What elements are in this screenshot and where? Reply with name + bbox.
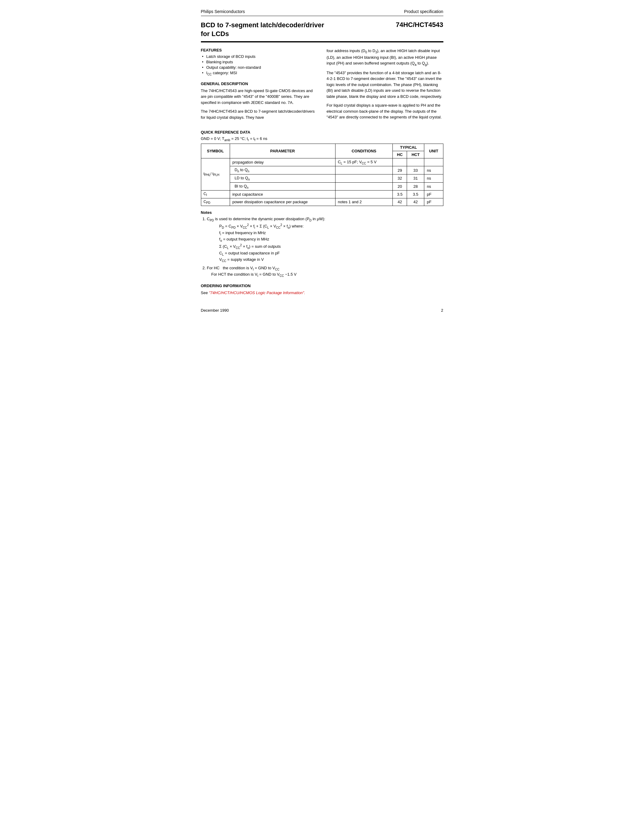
feature-item: ICC category: MSI bbox=[202, 71, 317, 76]
cell-unit-cpd: pF bbox=[424, 198, 443, 206]
ordering-section: ORDERING INFORMATION See "74HC/HCT/HCU/H… bbox=[201, 283, 443, 296]
footer-page: 2 bbox=[441, 308, 443, 313]
notes-title: Notes bbox=[201, 210, 443, 215]
col-symbol: SYMBOL bbox=[201, 143, 230, 158]
cell-cond-cpd: notes 1 and 2 bbox=[335, 198, 393, 206]
note1-line6: VCC = supply voltage in V bbox=[216, 257, 264, 262]
cell-hc-prop bbox=[393, 158, 407, 166]
gen-desc-title: GENERAL DESCRIPTION bbox=[201, 82, 317, 86]
quick-reference-section: QUICK REFERENCE DATA GND = 0 V; Tamb = 2… bbox=[201, 130, 443, 206]
features-title: FEATURES bbox=[201, 48, 317, 52]
note1-line3: fo = output frequency in MHz bbox=[216, 237, 269, 241]
gen-desc-para1: The 74HC/HCT4543 are high-speed Si-gate … bbox=[201, 88, 317, 106]
col-hct: HCT bbox=[407, 151, 424, 158]
cell-hc-dn: 29 bbox=[393, 166, 407, 174]
desc-right-para3: For liquid crystal displays a square-wav… bbox=[327, 102, 443, 120]
notes-list: CPD is used to determine the dynamic pow… bbox=[201, 216, 443, 278]
note1-line1: PD = CPD × VCC2 × fi + Σ (CL × VCC2 × fo… bbox=[216, 224, 304, 228]
ordering-title: ORDERING INFORMATION bbox=[201, 283, 443, 288]
notes-section: Notes CPD is used to determine the dynam… bbox=[201, 210, 443, 278]
feature-item: Latch storage of BCD inputs bbox=[202, 54, 317, 59]
gen-desc-para2: The 74HC/HCT4543 are BCD to 7-segment la… bbox=[201, 108, 317, 120]
cell-cond-bi bbox=[335, 182, 393, 191]
cell-symbol-ci: CI bbox=[201, 191, 230, 198]
features-description: FEATURES Latch storage of BCD inputs Bla… bbox=[201, 48, 443, 124]
ordering-link[interactable]: "74HC/HCT/HCU/HCMOS Logic Package Inform… bbox=[209, 291, 305, 295]
cell-unit-dn: ns bbox=[424, 166, 443, 174]
features-section: FEATURES Latch storage of BCD inputs Bla… bbox=[201, 48, 317, 76]
note1-line2: fi = input frequency in MHz bbox=[216, 230, 266, 235]
cell-hct-prop bbox=[407, 158, 424, 166]
features-list: Latch storage of BCD inputs Blanking inp… bbox=[202, 54, 317, 76]
table-row: Dn to Qn 29 33 ns bbox=[201, 166, 443, 174]
cell-param-ld: LD to Qn bbox=[230, 174, 335, 183]
cell-cond-ci bbox=[335, 191, 393, 198]
col-parameter: PARAMETER bbox=[230, 143, 335, 158]
cell-symbol-tphl: tPHL/ tPLH bbox=[201, 158, 230, 190]
table-row: tPHL/ tPLH propagation delay CL = 15 pF;… bbox=[201, 158, 443, 166]
table-row: CPD power dissipation capacitance per pa… bbox=[201, 198, 443, 206]
page-footer: December 1990 2 bbox=[201, 308, 443, 313]
col-hc: HC bbox=[393, 151, 407, 158]
cell-hc-ld: 32 bbox=[393, 174, 407, 183]
note-item-2: For HC the condition is VI = GND to VCC … bbox=[207, 265, 443, 278]
page-header: Philips Semiconductors Product specifica… bbox=[201, 9, 443, 16]
cell-hct-dn: 33 bbox=[407, 166, 424, 174]
note1-line4: Σ (CL × VCC2 × fo) = sum of outputs bbox=[216, 244, 281, 249]
qrd-condition: GND = 0 V; Tamb = 25 °C; tr = tf = 6 ns bbox=[201, 136, 443, 142]
cell-param-dn: Dn to Qn bbox=[230, 166, 335, 174]
cell-hct-ld: 31 bbox=[407, 174, 424, 183]
ordering-text: See "74HC/HCT/HCU/HCMOS Logic Package In… bbox=[201, 290, 443, 296]
desc-right-para2: The "4543" provides the function of a 4-… bbox=[327, 70, 443, 100]
col-typical: TYPICAL bbox=[393, 143, 424, 151]
cell-hc-cpd: 42 bbox=[393, 198, 407, 206]
part-number: 74HC/HCT4543 bbox=[390, 21, 443, 29]
table-row: BI to Qn 20 28 ns bbox=[201, 182, 443, 191]
cell-hct-cpd: 42 bbox=[407, 198, 424, 206]
qrd-title: QUICK REFERENCE DATA bbox=[201, 130, 443, 135]
col-conditions: CONDITIONS bbox=[335, 143, 393, 158]
cell-cond-dn bbox=[335, 166, 393, 174]
cell-param-bi: BI to Qn bbox=[230, 182, 335, 191]
doc-type: Product specification bbox=[404, 9, 443, 14]
cell-unit-ld: ns bbox=[424, 174, 443, 183]
right-column: four address inputs (D0 to D3), an activ… bbox=[327, 48, 443, 124]
product-title: BCD to 7-segment latch/decoder/driverfor… bbox=[201, 21, 324, 38]
cell-cond-ld bbox=[335, 174, 393, 183]
title-section: BCD to 7-segment latch/decoder/driverfor… bbox=[201, 21, 443, 38]
cell-symbol-cpd: CPD bbox=[201, 198, 230, 206]
cell-param-prop: propagation delay bbox=[230, 158, 335, 166]
note-item-1: CPD is used to determine the dynamic pow… bbox=[207, 216, 443, 263]
col-unit: UNIT bbox=[424, 143, 443, 158]
cell-param-ci: input capacitance bbox=[230, 191, 335, 198]
cell-hc-bi: 20 bbox=[393, 182, 407, 191]
product-name: BCD to 7-segment latch/decoder/driverfor… bbox=[201, 21, 324, 38]
qrd-table: SYMBOL PARAMETER CONDITIONS TYPICAL UNIT… bbox=[201, 143, 443, 206]
cell-hct-bi: 28 bbox=[407, 182, 424, 191]
cell-unit-bi: ns bbox=[424, 182, 443, 191]
cell-unit-ci: pF bbox=[424, 191, 443, 198]
cell-cond-prop: CL = 15 pF; VCC = 5 V bbox=[335, 158, 393, 166]
footer-date: December 1990 bbox=[201, 308, 229, 313]
left-column: FEATURES Latch storage of BCD inputs Bla… bbox=[201, 48, 317, 124]
table-row: CI input capacitance 3.5 3.5 pF bbox=[201, 191, 443, 198]
general-description-section: GENERAL DESCRIPTION The 74HC/HCT4543 are… bbox=[201, 82, 317, 121]
cell-unit-prop bbox=[424, 158, 443, 166]
company-name: Philips Semiconductors bbox=[201, 9, 245, 14]
desc-right-para1: four address inputs (D0 to D3), an activ… bbox=[327, 48, 443, 67]
title-rule bbox=[201, 41, 443, 42]
cell-hct-ci: 3.5 bbox=[407, 191, 424, 198]
feature-item: Blanking inputs bbox=[202, 60, 317, 64]
note1-line5: CL = output load capacitance in pF bbox=[216, 251, 280, 255]
feature-item: Output capability: non-standard bbox=[202, 65, 317, 70]
cell-param-cpd: power dissipation capacitance per packag… bbox=[230, 198, 335, 206]
table-row: LD to Qn 32 31 ns bbox=[201, 174, 443, 183]
cell-hc-ci: 3.5 bbox=[393, 191, 407, 198]
